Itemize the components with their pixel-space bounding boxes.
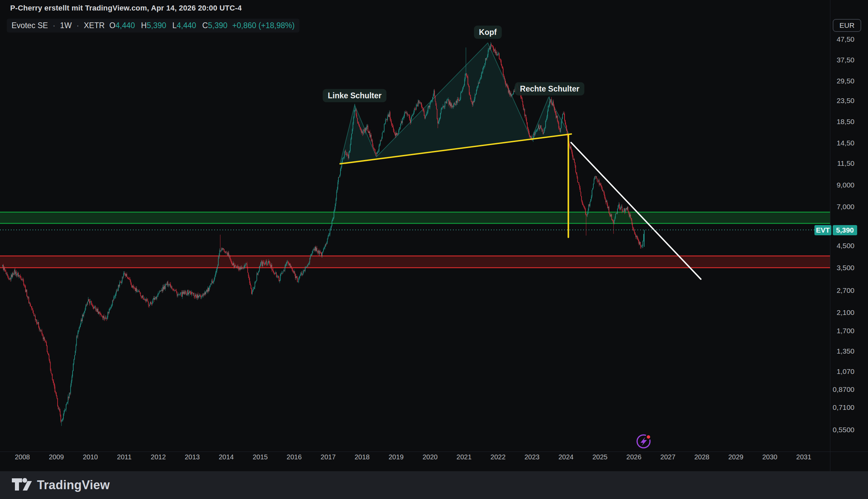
year-tick-label: 2008 [11, 453, 34, 461]
year-tick-label: 2013 [180, 453, 204, 461]
ohlc-item: C5,390 [203, 21, 228, 30]
currency-button[interactable]: EUR [833, 19, 861, 32]
ohlc-values: O4,440H5,390L4,440C5,390 [110, 21, 228, 30]
ohlc-item: O4,440 [110, 21, 135, 30]
price-tick-label: 2,700 [831, 287, 854, 295]
head-label[interactable]: Kopf [474, 26, 502, 39]
year-tick-label: 2010 [78, 453, 102, 461]
price-tick-label: 0,8700 [831, 386, 854, 393]
legend-separator: · [52, 21, 55, 30]
year-tick-label: 2009 [45, 453, 68, 461]
tradingview-logo-icon[interactable] [11, 476, 33, 494]
year-tick-label: 2020 [418, 453, 442, 461]
attribution-text: P-Cherry erstellt mit TradingView.com, A… [10, 4, 242, 13]
year-tick-label: 2014 [214, 453, 238, 461]
zone-support-red[interactable] [0, 256, 830, 268]
price-tick-label: 0,7100 [831, 403, 854, 412]
ohlc-item: L4,440 [172, 21, 196, 30]
price-tick-label: 23,50 [831, 97, 854, 105]
symbol-legend[interactable]: Evotec SE · 1W · XETR O4,440H5,390L4,440… [7, 19, 299, 33]
year-tick-label: 2019 [384, 453, 408, 461]
year-tick-label: 2028 [690, 453, 714, 461]
year-tick-label: 2027 [656, 453, 680, 461]
year-tick-label: 2016 [282, 453, 306, 461]
symbol-exchange: XETR [84, 21, 105, 30]
price-tick-label: 7,000 [831, 203, 854, 211]
price-tick-label: 3,500 [831, 264, 854, 272]
zone-resistance-green[interactable] [0, 212, 830, 223]
down-candle-bodies [3, 45, 641, 422]
year-tick-label: 2030 [758, 453, 782, 461]
ticker-chip: EVT [815, 225, 831, 235]
tradingview-chart-window: P-Cherry erstellt mit TradingView.com, A… [0, 0, 868, 499]
year-tick-label: 2024 [554, 453, 578, 461]
notification-dot-icon [646, 435, 651, 439]
price-tick-label: 11,50 [831, 159, 854, 168]
year-tick-label: 2029 [724, 453, 748, 461]
right-shoulder-label[interactable]: Rechte Schulter [515, 82, 585, 95]
year-tick-label: 2021 [452, 453, 476, 461]
year-tick-label: 2015 [248, 453, 272, 461]
year-tick-label: 2031 [792, 453, 816, 461]
down-candle-wicks [3, 43, 641, 423]
price-tick-label: 1,700 [831, 327, 854, 335]
price-tick-label: 37,50 [831, 56, 854, 64]
tradingview-brand-text[interactable]: TradingView [37, 478, 110, 492]
price-tick-label: 9,000 [831, 181, 854, 189]
year-tick-label: 2023 [520, 453, 544, 461]
price-tick-label: 2,100 [831, 308, 854, 317]
price-zones[interactable] [0, 212, 830, 268]
year-tick-label: 2017 [316, 453, 340, 461]
year-tick-label: 2018 [350, 453, 374, 461]
price-tick-label: 4,500 [831, 242, 854, 250]
year-tick-label: 2025 [588, 453, 612, 461]
price-tick-label: 47,50 [831, 35, 854, 44]
footer-bar: TradingView [0, 471, 868, 499]
symbol-interval: 1W [60, 21, 72, 30]
year-tick-label: 2012 [146, 453, 170, 461]
year-tick-label: 2011 [112, 453, 136, 461]
price-change: +0,860 (+18,98%) [232, 21, 295, 30]
price-tick-label: 1,070 [831, 367, 854, 376]
flash-event-icon[interactable] [637, 435, 651, 448]
time-axis-divider [0, 452, 868, 452]
price-tick-label: 29,50 [831, 77, 854, 85]
price-tick-label: 0,5500 [831, 426, 854, 434]
symbol-name: Evotec SE [12, 21, 48, 30]
price-tick-label: 14,50 [831, 139, 854, 147]
left-shoulder-label[interactable]: Linke Schulter [323, 89, 387, 102]
ohlc-item: H5,390 [141, 21, 166, 30]
year-tick-label: 2022 [486, 453, 510, 461]
legend-separator: · [77, 21, 80, 30]
year-tick-label: 2026 [622, 453, 646, 461]
chart-canvas[interactable] [0, 0, 868, 499]
price-axis-divider [830, 0, 830, 471]
price-tick-label: 1,350 [831, 347, 854, 355]
last-price-chip: 5,390 [833, 225, 857, 235]
price-tick-label: 18,50 [831, 118, 854, 126]
